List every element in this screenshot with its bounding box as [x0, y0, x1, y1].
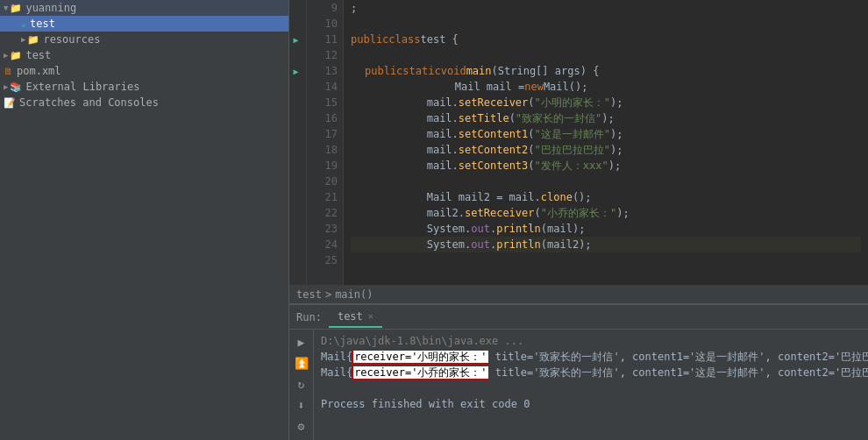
gutter-16 [289, 110, 306, 126]
editor-area: ▶ ▶ 9 10 11 12 [289, 0, 868, 440]
code-line-21: Mail mail2 = mail.clone(); [351, 189, 861, 205]
gutter-19 [289, 158, 306, 174]
mail-highlighted-2: receiver='小乔的家长：' [352, 365, 488, 380]
run-label: Run: [296, 311, 322, 323]
line-numbers: 9 10 11 12 13 14 15 16 17 18 19 20 21 22… [307, 0, 344, 285]
close-tab-icon[interactable]: ✕ [368, 311, 374, 321]
chevron-icon: ▼ [4, 4, 8, 12]
bottom-main: ▶ ⏫ ↻ ⬇ ⚙ D:\java\jdk-1.8\bin\java.exe .… [289, 330, 868, 440]
breadcrumb: test > main() [289, 285, 868, 304]
console-mail-line-1: Mail{receiver='小明的家长：' title='致家长的一封信', … [321, 349, 861, 365]
mail-highlighted-1: receiver='小明的家长：' [352, 350, 488, 364]
lib-icon: 📚 [10, 82, 22, 93]
sidebar-label: External Libraries [25, 81, 139, 93]
code-line-17: mail.setContent1("这是一封邮件"); [351, 126, 861, 142]
console-process-end: Process finished with exit code 0 [321, 396, 861, 412]
java-file-icon: ☕ [21, 19, 26, 29]
code-line-19: mail.setContent3("发件人：xxx"); [351, 158, 861, 174]
run-tab-label: test [338, 310, 363, 323]
code-line-22: mail2.setReceiver("小乔的家长："); [351, 205, 861, 221]
sidebar-item-pom-xml[interactable]: 🗎 pom.xml [0, 63, 288, 79]
sidebar-item-test-folder[interactable]: ▶ 📁 test [0, 47, 288, 63]
code-line-11: public class test { [351, 32, 861, 47]
sidebar-item-scratches[interactable]: 📝 Scratches and Consoles [0, 95, 288, 110]
gutter-area: ▶ ▶ [289, 0, 307, 285]
rerun-button[interactable]: ↻ [293, 375, 310, 393]
chevron-icon: ▶ [21, 35, 25, 44]
mail-prefix-1: Mail{ [321, 351, 352, 363]
code-line-24: System.out.println(mail2); [351, 237, 861, 252]
sidebar-label: Scratches and Consoles [19, 96, 159, 109]
code-line-18: mail.setContent2("巴拉巴拉巴拉"); [351, 142, 861, 158]
gutter-24 [289, 237, 306, 252]
gutter-17 [289, 126, 306, 142]
sidebar-label: test [25, 49, 51, 61]
breadcrumb-method: main() [335, 288, 373, 301]
sidebar-label: test [30, 18, 55, 30]
gutter-13[interactable]: ▶ [289, 63, 306, 79]
breadcrumb-sep: > [325, 288, 331, 301]
run-button-13[interactable]: ▶ [293, 67, 298, 76]
sidebar-item-external-lib[interactable]: ▶ 📚 External Libraries [0, 79, 288, 95]
chevron-icon: ▶ [4, 51, 8, 60]
play-button[interactable]: ▶ [293, 333, 310, 351]
sidebar: ▼ 📁 yuanning ☕ test ▶ 📁 resources ▶ 📁 te… [0, 0, 289, 440]
code-line-23: System.out.println(mail); [351, 221, 861, 237]
console-output: D:\java\jdk-1.8\bin\java.exe ... Mail{re… [314, 330, 868, 440]
bottom-tabs: Run: test ✕ [289, 305, 868, 330]
sidebar-label: resources [43, 33, 100, 46]
mail-rest-1: title='致家长的一封信', content1='这是一封邮件', cont… [489, 351, 868, 363]
gutter-21 [289, 189, 306, 205]
mail-rest-2: title='致家长的一封信', content1='这是一封邮件', cont… [489, 366, 868, 379]
code-line-12 [351, 47, 861, 63]
gutter-10 [289, 16, 306, 32]
folder-icon: 📁 [27, 34, 39, 46]
settings-button[interactable]: ⚙ [293, 417, 310, 435]
scratches-icon: 📝 [4, 97, 16, 109]
scroll-button[interactable]: ⬇ [293, 396, 310, 414]
code-line-9: ; [351, 0, 861, 16]
bottom-panel: Run: test ✕ ▶ ⏫ ↻ ⬇ ⚙ D:\java\jdk-1.8\bi… [289, 304, 868, 440]
sidebar-item-resources[interactable]: ▶ 📁 resources [0, 32, 288, 47]
gutter-25 [289, 252, 306, 268]
code-editor[interactable]: ▶ ▶ 9 10 11 12 [289, 0, 868, 285]
run-button-11[interactable]: ▶ [293, 35, 298, 45]
folder-icon: 📁 [10, 3, 22, 14]
gutter-11[interactable]: ▶ [289, 32, 306, 47]
breadcrumb-file: test [296, 288, 322, 301]
sidebar-item-yuanning[interactable]: ▼ 📁 yuanning [0, 0, 288, 16]
stop-button[interactable]: ⏫ [293, 354, 310, 372]
gutter-20 [289, 174, 306, 189]
bottom-toolbar: ▶ ⏫ ↻ ⬇ ⚙ [289, 330, 314, 440]
chevron-icon: ▶ [4, 82, 8, 91]
code-line-20 [351, 174, 861, 189]
sidebar-label: yuanning [25, 2, 76, 14]
code-line-16: mail.setTitle("致家长的一封信"); [351, 110, 861, 126]
code-line-13: public static void main(String[] args) { [351, 63, 861, 79]
sidebar-label: pom.xml [17, 65, 61, 77]
console-blank [321, 380, 861, 396]
mail-prefix-2: Mail{ [321, 366, 352, 379]
console-cmd-line: D:\java\jdk-1.8\bin\java.exe ... [321, 333, 861, 349]
folder-icon: 📁 [10, 50, 22, 61]
code-line-14: Mail mail = new Mail(); [351, 79, 861, 95]
gutter-9 [289, 0, 306, 16]
sidebar-item-test-java[interactable]: ☕ test [0, 16, 288, 32]
xml-file-icon: 🗎 [4, 66, 13, 77]
gutter-22 [289, 205, 306, 221]
gutter-15 [289, 95, 306, 110]
gutter-12 [289, 47, 306, 63]
run-tab[interactable]: test ✕ [329, 307, 382, 328]
code-line-25 [351, 252, 861, 268]
gutter-23 [289, 221, 306, 237]
gutter-14 [289, 79, 306, 95]
main-container: ▼ 📁 yuanning ☕ test ▶ 📁 resources ▶ 📁 te… [0, 0, 868, 440]
gutter-18 [289, 142, 306, 158]
code-line-15: mail.setReceiver("小明的家长："); [351, 95, 861, 110]
console-mail-line-2: Mail{receiver='小乔的家长：' title='致家长的一封信', … [321, 365, 861, 380]
code-line-10 [351, 16, 861, 32]
code-content[interactable]: ; public class test { public static void… [344, 0, 868, 285]
